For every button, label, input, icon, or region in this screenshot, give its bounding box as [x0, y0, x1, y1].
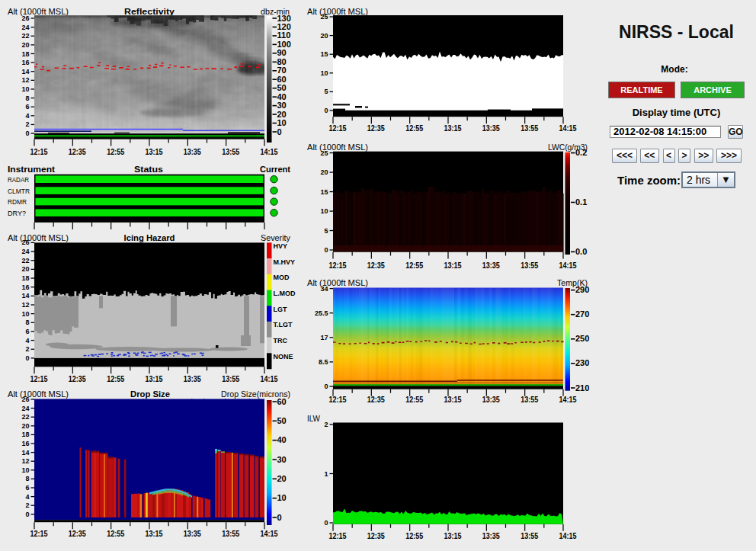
- svg-text:18: 18: [21, 274, 29, 282]
- svg-text:12:15: 12:15: [30, 375, 48, 383]
- svg-text:Icing Hazard: Icing Hazard: [124, 233, 175, 242]
- svg-text:250: 250: [575, 334, 589, 343]
- svg-text:26: 26: [21, 14, 29, 22]
- svg-text:12:35: 12:35: [69, 148, 86, 156]
- svg-text:20: 20: [320, 32, 328, 40]
- svg-text:Current: Current: [260, 165, 290, 174]
- svg-text:22: 22: [21, 413, 29, 421]
- svg-text:12:15: 12:15: [30, 148, 48, 156]
- svg-text:12:55: 12:55: [405, 532, 423, 540]
- svg-text:0: 0: [324, 246, 328, 254]
- svg-text:12:15: 12:15: [329, 396, 347, 404]
- svg-text:6: 6: [25, 484, 29, 492]
- svg-text:13:55: 13:55: [521, 396, 538, 404]
- svg-text:13:55: 13:55: [521, 261, 538, 270]
- svg-text:230: 230: [575, 358, 589, 367]
- svg-text:4: 4: [25, 112, 29, 120]
- svg-text:22: 22: [21, 32, 29, 40]
- svg-text:Drop Size: Drop Size: [130, 389, 170, 399]
- svg-text:12:35: 12:35: [367, 396, 385, 404]
- svg-text:1: 1: [324, 470, 328, 478]
- svg-text:14: 14: [21, 68, 29, 75]
- svg-text:4: 4: [25, 493, 29, 501]
- svg-text:Status: Status: [134, 165, 163, 174]
- svg-text:10: 10: [320, 207, 328, 215]
- svg-text:100: 100: [277, 40, 291, 49]
- svg-text:10: 10: [21, 466, 29, 474]
- svg-text:5: 5: [324, 227, 328, 235]
- svg-text:13:35: 13:35: [482, 396, 500, 404]
- svg-text:12:55: 12:55: [405, 261, 423, 270]
- svg-text:14:15: 14:15: [559, 532, 577, 540]
- svg-text:13:15: 13:15: [444, 261, 462, 270]
- svg-text:26: 26: [21, 396, 29, 403]
- svg-text:20: 20: [21, 41, 29, 49]
- svg-text:13:35: 13:35: [184, 530, 201, 538]
- svg-text:14:15: 14:15: [559, 396, 577, 404]
- svg-text:2: 2: [25, 120, 29, 128]
- svg-text:HVY: HVY: [274, 242, 288, 250]
- svg-text:12:35: 12:35: [69, 375, 86, 383]
- svg-text:Alt (1000ft MSL): Alt (1000ft MSL): [307, 143, 368, 152]
- svg-text:MOD: MOD: [274, 274, 290, 281]
- svg-text:TRC: TRC: [274, 337, 288, 344]
- svg-text:RADAR: RADAR: [8, 176, 29, 184]
- svg-text:8.5: 8.5: [319, 358, 328, 366]
- svg-text:5: 5: [324, 88, 328, 95]
- svg-text:20: 20: [320, 168, 328, 176]
- svg-text:210: 210: [575, 383, 589, 392]
- svg-text:15: 15: [320, 50, 328, 58]
- svg-text:0: 0: [277, 513, 282, 522]
- svg-text:Severity: Severity: [261, 233, 290, 242]
- svg-text:13:35: 13:35: [184, 375, 201, 383]
- svg-text:12:35: 12:35: [367, 261, 385, 270]
- svg-text:10: 10: [320, 69, 328, 77]
- svg-text:25.5: 25.5: [315, 309, 328, 317]
- svg-text:13:15: 13:15: [444, 124, 462, 133]
- svg-text:ILW: ILW: [307, 414, 321, 423]
- svg-text:12:15: 12:15: [329, 532, 347, 540]
- svg-text:0.0: 0.0: [575, 247, 587, 256]
- svg-text:20: 20: [277, 474, 287, 483]
- svg-text:0: 0: [25, 354, 29, 362]
- svg-text:13:15: 13:15: [146, 148, 163, 156]
- svg-text:24: 24: [21, 405, 29, 412]
- svg-text:12:15: 12:15: [30, 530, 48, 538]
- svg-text:20: 20: [277, 110, 287, 119]
- svg-text:2: 2: [324, 421, 328, 428]
- svg-text:12:15: 12:15: [329, 261, 347, 270]
- svg-text:14: 14: [21, 449, 29, 456]
- svg-text:13:35: 13:35: [482, 124, 500, 133]
- svg-text:25: 25: [320, 149, 328, 157]
- svg-text:12:35: 12:35: [367, 124, 385, 133]
- svg-text:13:55: 13:55: [222, 148, 239, 156]
- svg-text:24: 24: [21, 24, 29, 31]
- svg-text:70: 70: [277, 66, 287, 75]
- svg-text:0: 0: [324, 519, 328, 527]
- svg-text:18: 18: [21, 431, 29, 438]
- svg-text:6: 6: [25, 328, 29, 335]
- svg-text:17: 17: [320, 334, 328, 341]
- svg-text:Alt (1000ft MSL): Alt (1000ft MSL): [8, 389, 69, 399]
- svg-text:13:55: 13:55: [521, 532, 538, 540]
- svg-text:0.1: 0.1: [575, 197, 587, 207]
- svg-text:0: 0: [277, 127, 282, 136]
- svg-text:12:35: 12:35: [367, 532, 385, 540]
- svg-text:Instrument: Instrument: [8, 165, 55, 174]
- svg-text:13:15: 13:15: [444, 396, 462, 404]
- svg-text:RDMR: RDMR: [8, 198, 27, 206]
- svg-text:20: 20: [21, 422, 29, 430]
- svg-text:80: 80: [277, 57, 287, 66]
- svg-text:6: 6: [25, 103, 29, 111]
- svg-text:10: 10: [277, 118, 287, 127]
- svg-text:16: 16: [21, 440, 29, 447]
- svg-text:13:15: 13:15: [146, 530, 163, 538]
- svg-text:Alt (1000ft MSL): Alt (1000ft MSL): [8, 233, 69, 242]
- svg-text:50: 50: [277, 416, 287, 425]
- svg-text:14:15: 14:15: [261, 375, 278, 383]
- svg-text:13:55: 13:55: [521, 124, 538, 133]
- svg-text:13:55: 13:55: [222, 530, 239, 538]
- svg-text:12:55: 12:55: [107, 148, 124, 156]
- svg-text:L.MOD: L.MOD: [274, 290, 296, 297]
- svg-text:12:15: 12:15: [329, 124, 347, 133]
